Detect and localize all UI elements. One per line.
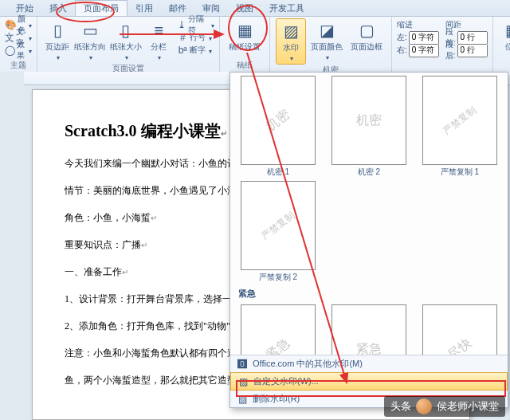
orientation-button[interactable]: ▭纸张方向 [73,18,108,63]
remove-watermark-icon: ▨ [237,394,248,405]
columns-icon: ≡ [148,20,169,41]
watermark-thumb[interactable]: 严禁复制严禁复制 1 [417,76,503,178]
tab-insert[interactable]: 插入 [41,1,75,16]
columns-button[interactable]: ≡分栏 [144,18,173,63]
indent-right-input[interactable] [409,44,439,57]
breaks-icon: ⤓ [177,19,186,30]
tab-page-layout[interactable]: 页面布局 [75,0,128,16]
theme-effects[interactable]: ◯效果 [5,44,32,57]
custom-watermark-icon: ▨ [237,376,249,387]
orientation-icon: ▭ [80,20,100,41]
group-theme: 🎨颜色 文文字 ◯效果 主题 [0,17,37,73]
custom-watermark-item[interactable]: ▨自定义水印(W)... [230,372,508,391]
papersize-icon: ▯ [116,20,136,41]
more-watermarks-item[interactable]: 🅾Office.com 中的其他水印(M) [230,355,508,372]
watermark-thumb[interactable]: 紧急紧急 2 [326,304,412,355]
breaks-button[interactable]: ⤓分隔符 [177,18,214,31]
position-button[interactable]: ▦位置 [499,18,510,63]
tab-developer[interactable]: 开发工具 [261,1,312,16]
page-borders-button[interactable]: ▢页面边框 [347,18,386,54]
manuscript-icon: ▦ [234,20,255,41]
indent-left-input[interactable] [409,31,439,45]
watermark-thumb-empty [417,181,503,283]
group-page-setup: ▯页边距 ▭纸张方向 ▯纸张大小 ≡分栏 ⤓分隔符 #行号 bª断字 页面设置 [37,17,220,73]
avatar-icon [416,398,432,414]
gallery-section-urgent: 紧急 [235,286,503,301]
spacing-after-input[interactable] [457,44,488,57]
pagecolor-icon: ◪ [316,20,337,41]
group-label-theme: 主题 [5,60,32,73]
palette-icon: 🎨 [5,19,16,30]
watermark-gallery: 机密机密 1 机密机密 2 严禁复制严禁复制 1 严禁复制严禁复制 2 紧急 紧… [230,72,508,408]
ribbon-body: 🎨颜色 文文字 ◯效果 主题 ▯页边距 ▭纸张方向 ▯纸张大小 ≡分栏 ⤓分隔符… [0,17,510,73]
watermark-thumb[interactable]: 严禁复制严禁复制 2 [235,181,321,283]
group-paragraph: 缩进 左: 右: 间距 段前: 段后: [392,17,493,73]
spacing-after[interactable]: 段后: [445,44,488,57]
page-color-button[interactable]: ◪页面颜色 [308,18,346,63]
tab-references[interactable]: 引用 [128,1,161,16]
size-button[interactable]: ▯纸张大小 [109,18,143,63]
position-icon: ▦ [503,20,510,41]
group-label-manuscript: 稿纸 [225,60,265,73]
manuscript-settings-button[interactable]: ▦稿纸设置 [226,18,264,54]
linenum-icon: # [177,32,188,43]
margins-button[interactable]: ▯页边距 [43,18,72,63]
margins-icon: ▯ [47,20,68,41]
watermark-thumb[interactable]: 尽快尽快 1 [417,304,503,355]
indent-right[interactable]: 右: [397,44,439,57]
attribution-overlay: 头条 侯老师小课堂 [384,396,505,417]
hyphen-icon: bª [177,45,188,56]
spacing-before-input[interactable] [457,31,488,45]
tab-view[interactable]: 视图 [228,1,261,16]
attribution-author: 侯老师小课堂 [437,399,499,414]
indent-header: 缩进 [397,18,439,31]
group-arrange: ▦位置 ▣自动换行 [493,17,510,73]
hyphenation-button[interactable]: bª断字 [177,44,214,57]
font-icon: 文 [5,32,14,43]
watermark-icon: ▨ [280,21,301,41]
group-page-background: ▨水印 ◪页面颜色 ▢页面边框 机密 [270,17,392,73]
watermark-thumb[interactable]: 机密机密 2 [326,76,412,178]
line-numbers-button[interactable]: #行号 [177,31,214,44]
watermark-thumb-empty [326,181,412,283]
watermark-thumb[interactable]: 紧急紧急 1 [235,304,321,355]
indent-left[interactable]: 左: [397,31,439,44]
group-manuscript: ▦稿纸设置 稿纸 [220,17,270,73]
effects-icon: ◯ [5,45,15,56]
office-icon: 🅾 [237,359,248,370]
pageborders-icon: ▢ [356,20,377,41]
attribution-prefix: 头条 [390,399,411,414]
watermark-button[interactable]: ▨水印 [276,18,306,65]
watermark-thumb[interactable]: 机密机密 1 [235,76,321,178]
ribbon-tabs: 开始 插入 页面布局 引用 邮件 审阅 视图 开发工具 [0,0,510,17]
